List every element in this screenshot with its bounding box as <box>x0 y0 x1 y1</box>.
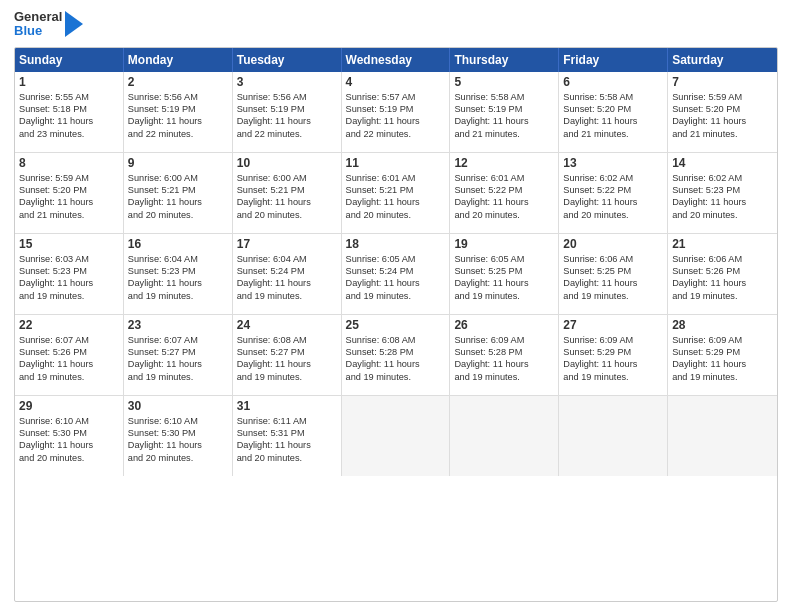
day-number: 20 <box>563 237 663 251</box>
calendar-day-19: 19Sunrise: 6:05 AM Sunset: 5:25 PM Dayli… <box>450 234 559 314</box>
day-number: 13 <box>563 156 663 170</box>
calendar-day-16: 16Sunrise: 6:04 AM Sunset: 5:23 PM Dayli… <box>124 234 233 314</box>
day-number: 1 <box>19 75 119 89</box>
calendar-day-22: 22Sunrise: 6:07 AM Sunset: 5:26 PM Dayli… <box>15 315 124 395</box>
calendar-day-24: 24Sunrise: 6:08 AM Sunset: 5:27 PM Dayli… <box>233 315 342 395</box>
day-info: Sunrise: 5:58 AM Sunset: 5:20 PM Dayligh… <box>563 91 663 141</box>
weekday-header-saturday: Saturday <box>668 48 777 72</box>
day-info: Sunrise: 6:08 AM Sunset: 5:28 PM Dayligh… <box>346 334 446 384</box>
day-info: Sunrise: 6:08 AM Sunset: 5:27 PM Dayligh… <box>237 334 337 384</box>
day-info: Sunrise: 6:06 AM Sunset: 5:25 PM Dayligh… <box>563 253 663 303</box>
day-number: 27 <box>563 318 663 332</box>
calendar-day-25: 25Sunrise: 6:08 AM Sunset: 5:28 PM Dayli… <box>342 315 451 395</box>
day-number: 25 <box>346 318 446 332</box>
day-number: 11 <box>346 156 446 170</box>
day-info: Sunrise: 6:01 AM Sunset: 5:21 PM Dayligh… <box>346 172 446 222</box>
svg-marker-0 <box>65 11 83 37</box>
day-info: Sunrise: 6:10 AM Sunset: 5:30 PM Dayligh… <box>128 415 228 465</box>
day-info: Sunrise: 6:04 AM Sunset: 5:23 PM Dayligh… <box>128 253 228 303</box>
day-number: 16 <box>128 237 228 251</box>
weekday-header-thursday: Thursday <box>450 48 559 72</box>
calendar-body: 1Sunrise: 5:55 AM Sunset: 5:18 PM Daylig… <box>15 72 777 476</box>
day-info: Sunrise: 6:03 AM Sunset: 5:23 PM Dayligh… <box>19 253 119 303</box>
header: General Blue <box>14 10 778 39</box>
day-info: Sunrise: 5:55 AM Sunset: 5:18 PM Dayligh… <box>19 91 119 141</box>
calendar-day-11: 11Sunrise: 6:01 AM Sunset: 5:21 PM Dayli… <box>342 153 451 233</box>
calendar-day-30: 30Sunrise: 6:10 AM Sunset: 5:30 PM Dayli… <box>124 396 233 476</box>
day-info: Sunrise: 6:00 AM Sunset: 5:21 PM Dayligh… <box>128 172 228 222</box>
day-number: 28 <box>672 318 773 332</box>
calendar-empty-cell <box>559 396 668 476</box>
day-info: Sunrise: 6:09 AM Sunset: 5:29 PM Dayligh… <box>563 334 663 384</box>
day-info: Sunrise: 6:07 AM Sunset: 5:27 PM Dayligh… <box>128 334 228 384</box>
day-number: 7 <box>672 75 773 89</box>
logo: General Blue <box>14 10 83 39</box>
calendar-day-3: 3Sunrise: 5:56 AM Sunset: 5:19 PM Daylig… <box>233 72 342 152</box>
weekday-header-wednesday: Wednesday <box>342 48 451 72</box>
page: General Blue SundayMondayTuesdayWednesda… <box>0 0 792 612</box>
day-info: Sunrise: 5:58 AM Sunset: 5:19 PM Dayligh… <box>454 91 554 141</box>
weekday-header-friday: Friday <box>559 48 668 72</box>
calendar-empty-cell <box>668 396 777 476</box>
day-info: Sunrise: 6:11 AM Sunset: 5:31 PM Dayligh… <box>237 415 337 465</box>
day-info: Sunrise: 6:02 AM Sunset: 5:22 PM Dayligh… <box>563 172 663 222</box>
calendar-day-8: 8Sunrise: 5:59 AM Sunset: 5:20 PM Daylig… <box>15 153 124 233</box>
calendar-day-6: 6Sunrise: 5:58 AM Sunset: 5:20 PM Daylig… <box>559 72 668 152</box>
logo-text-general: General <box>14 10 62 24</box>
calendar-day-14: 14Sunrise: 6:02 AM Sunset: 5:23 PM Dayli… <box>668 153 777 233</box>
calendar-day-29: 29Sunrise: 6:10 AM Sunset: 5:30 PM Dayli… <box>15 396 124 476</box>
calendar-day-2: 2Sunrise: 5:56 AM Sunset: 5:19 PM Daylig… <box>124 72 233 152</box>
day-info: Sunrise: 6:07 AM Sunset: 5:26 PM Dayligh… <box>19 334 119 384</box>
day-number: 12 <box>454 156 554 170</box>
day-info: Sunrise: 5:59 AM Sunset: 5:20 PM Dayligh… <box>672 91 773 141</box>
day-info: Sunrise: 5:56 AM Sunset: 5:19 PM Dayligh… <box>128 91 228 141</box>
day-number: 4 <box>346 75 446 89</box>
day-number: 2 <box>128 75 228 89</box>
day-number: 29 <box>19 399 119 413</box>
day-info: Sunrise: 6:05 AM Sunset: 5:24 PM Dayligh… <box>346 253 446 303</box>
day-number: 5 <box>454 75 554 89</box>
day-info: Sunrise: 6:02 AM Sunset: 5:23 PM Dayligh… <box>672 172 773 222</box>
calendar-day-10: 10Sunrise: 6:00 AM Sunset: 5:21 PM Dayli… <box>233 153 342 233</box>
day-number: 31 <box>237 399 337 413</box>
calendar-empty-cell <box>450 396 559 476</box>
weekday-header-monday: Monday <box>124 48 233 72</box>
day-info: Sunrise: 6:01 AM Sunset: 5:22 PM Dayligh… <box>454 172 554 222</box>
day-info: Sunrise: 5:56 AM Sunset: 5:19 PM Dayligh… <box>237 91 337 141</box>
calendar-day-21: 21Sunrise: 6:06 AM Sunset: 5:26 PM Dayli… <box>668 234 777 314</box>
calendar-week-5: 29Sunrise: 6:10 AM Sunset: 5:30 PM Dayli… <box>15 396 777 476</box>
day-info: Sunrise: 6:05 AM Sunset: 5:25 PM Dayligh… <box>454 253 554 303</box>
weekday-header-tuesday: Tuesday <box>233 48 342 72</box>
day-info: Sunrise: 6:09 AM Sunset: 5:28 PM Dayligh… <box>454 334 554 384</box>
day-info: Sunrise: 6:00 AM Sunset: 5:21 PM Dayligh… <box>237 172 337 222</box>
day-number: 30 <box>128 399 228 413</box>
day-number: 17 <box>237 237 337 251</box>
calendar-day-26: 26Sunrise: 6:09 AM Sunset: 5:28 PM Dayli… <box>450 315 559 395</box>
calendar-week-2: 8Sunrise: 5:59 AM Sunset: 5:20 PM Daylig… <box>15 153 777 234</box>
calendar-empty-cell <box>342 396 451 476</box>
calendar-day-9: 9Sunrise: 6:00 AM Sunset: 5:21 PM Daylig… <box>124 153 233 233</box>
day-number: 23 <box>128 318 228 332</box>
calendar-day-20: 20Sunrise: 6:06 AM Sunset: 5:25 PM Dayli… <box>559 234 668 314</box>
calendar-day-4: 4Sunrise: 5:57 AM Sunset: 5:19 PM Daylig… <box>342 72 451 152</box>
calendar-day-7: 7Sunrise: 5:59 AM Sunset: 5:20 PM Daylig… <box>668 72 777 152</box>
day-info: Sunrise: 6:04 AM Sunset: 5:24 PM Dayligh… <box>237 253 337 303</box>
day-info: Sunrise: 5:59 AM Sunset: 5:20 PM Dayligh… <box>19 172 119 222</box>
day-number: 10 <box>237 156 337 170</box>
day-number: 18 <box>346 237 446 251</box>
day-info: Sunrise: 6:09 AM Sunset: 5:29 PM Dayligh… <box>672 334 773 384</box>
calendar-day-5: 5Sunrise: 5:58 AM Sunset: 5:19 PM Daylig… <box>450 72 559 152</box>
calendar-day-28: 28Sunrise: 6:09 AM Sunset: 5:29 PM Dayli… <box>668 315 777 395</box>
calendar-day-12: 12Sunrise: 6:01 AM Sunset: 5:22 PM Dayli… <box>450 153 559 233</box>
day-info: Sunrise: 5:57 AM Sunset: 5:19 PM Dayligh… <box>346 91 446 141</box>
calendar-week-3: 15Sunrise: 6:03 AM Sunset: 5:23 PM Dayli… <box>15 234 777 315</box>
day-number: 14 <box>672 156 773 170</box>
logo-text-blue: Blue <box>14 24 62 38</box>
calendar-day-1: 1Sunrise: 5:55 AM Sunset: 5:18 PM Daylig… <box>15 72 124 152</box>
calendar-week-1: 1Sunrise: 5:55 AM Sunset: 5:18 PM Daylig… <box>15 72 777 153</box>
day-number: 22 <box>19 318 119 332</box>
day-number: 15 <box>19 237 119 251</box>
calendar-day-27: 27Sunrise: 6:09 AM Sunset: 5:29 PM Dayli… <box>559 315 668 395</box>
calendar-day-31: 31Sunrise: 6:11 AM Sunset: 5:31 PM Dayli… <box>233 396 342 476</box>
day-info: Sunrise: 6:10 AM Sunset: 5:30 PM Dayligh… <box>19 415 119 465</box>
